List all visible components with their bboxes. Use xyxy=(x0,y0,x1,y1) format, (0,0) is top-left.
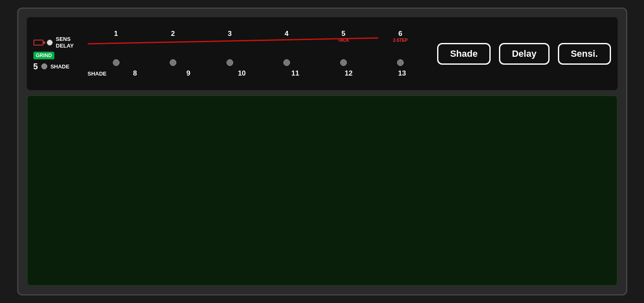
left-indicators: SENS DELAY GRIND 5 SHADE xyxy=(33,36,79,71)
scale-section: 1 2 3 4 5 TACK 6 2-STEP xyxy=(88,28,429,79)
action-buttons-row: Shade Delay Sensi. xyxy=(437,43,611,65)
grind-badge: GRIND xyxy=(33,52,55,59)
bottom-numbers: 8 9 10 11 12 13 xyxy=(108,69,429,78)
battery-row: SENS DELAY xyxy=(33,36,74,49)
dot-6 xyxy=(397,59,404,66)
shade-button[interactable]: Shade xyxy=(437,43,491,65)
top-numbers-row: 1 2 3 4 5 TACK 6 2-STEP xyxy=(88,30,429,43)
tack-label: TACK xyxy=(315,38,372,43)
bottom-shade-label: SHADE xyxy=(88,71,107,77)
shade-dot xyxy=(41,63,47,69)
dot-1 xyxy=(113,59,120,66)
scale-num-6-twostep: 6 2-STEP xyxy=(372,30,429,43)
welding-view-panel xyxy=(27,95,618,286)
dot-cell-1 xyxy=(88,58,145,68)
bottom-shade-row: SHADE 8 9 10 11 12 13 xyxy=(88,69,429,78)
dot-cell-2 xyxy=(145,58,201,68)
dot-cell-3 xyxy=(201,58,258,68)
control-panel: SENS DELAY GRIND 5 SHADE 1 2 3 4 xyxy=(27,17,618,90)
dot-cell-6 xyxy=(372,58,429,68)
scale-num-2: 2 xyxy=(145,30,201,43)
device-frame: SENS DELAY GRIND 5 SHADE 1 2 3 4 xyxy=(17,8,627,295)
shade-num-10: 10 xyxy=(215,69,269,78)
dot-cell-5 xyxy=(315,58,372,68)
shade-label: SHADE xyxy=(51,63,70,70)
dot-5 xyxy=(340,59,347,66)
shade-num-11: 11 xyxy=(269,69,322,78)
dots-row xyxy=(88,58,429,68)
sensi-button[interactable]: Sensi. xyxy=(558,43,611,65)
twostep-label: 2-STEP xyxy=(372,38,429,43)
battery-icon xyxy=(33,40,43,45)
delay-label: DELAY xyxy=(56,43,74,49)
scale-num-3: 3 xyxy=(201,30,258,43)
sens-delay-label: SENS DELAY xyxy=(56,36,74,49)
shade-value-row: 5 SHADE xyxy=(33,62,70,71)
dot-3 xyxy=(227,59,233,66)
shade-num-8: 8 xyxy=(108,69,162,78)
dot-cell-4 xyxy=(258,58,315,68)
shade-num-9: 9 xyxy=(162,69,215,78)
shade-num-12: 12 xyxy=(322,69,375,78)
scale-num-1: 1 xyxy=(88,30,145,43)
sens-label: SENS xyxy=(56,36,74,43)
shade-num-13: 13 xyxy=(375,69,429,78)
dot-2 xyxy=(170,59,176,66)
dot-4 xyxy=(283,59,290,66)
scale-num-5-tack: 5 TACK xyxy=(315,30,372,43)
top-scale-area: 1 2 3 4 5 TACK 6 2-STEP xyxy=(88,30,429,43)
delay-button[interactable]: Delay xyxy=(499,43,550,65)
shade-number: 5 xyxy=(33,62,38,71)
scale-num-4: 4 xyxy=(258,30,315,43)
sens-dot xyxy=(47,40,53,45)
